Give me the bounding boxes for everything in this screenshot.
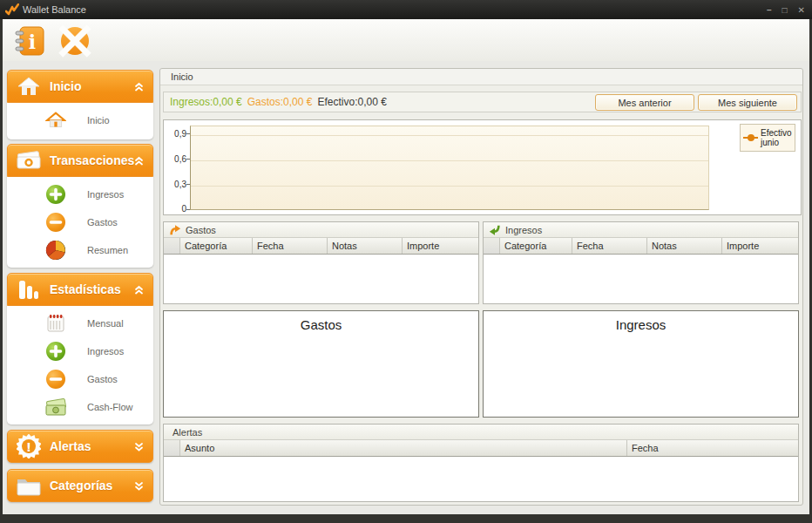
help-lifebuoy-icon [58, 24, 91, 58]
ingresos-pie-title: Ingresos [616, 317, 667, 332]
sidebar-item-gastos[interactable]: Gastos [7, 208, 153, 236]
summary-bar: Ingresos:0,00 € Gastos:0,00 € Efectivo:0… [163, 92, 802, 112]
gastos-pie-title: Gastos [301, 317, 342, 332]
sidebar-panel-inicio: Inicio [7, 103, 153, 139]
summary-efectivo: Efectivo:0,00 € [317, 96, 386, 108]
summary-gastos: Gastos:0,00 € [247, 96, 313, 108]
home-icon [44, 112, 68, 129]
chevron-up-icon [134, 82, 144, 92]
content-area: Inicio Inicio [3, 61, 809, 514]
y-axis-tick: 0,9 [164, 129, 186, 139]
window-title: Wallet Balance [23, 0, 86, 19]
pie-chart-icon [44, 240, 68, 261]
sidebar-section-label: Transacciones [50, 153, 134, 167]
sidebar-section-estadisticas[interactable]: Estadísticas [7, 273, 153, 306]
column-header-importe[interactable]: Importe [722, 238, 798, 254]
income-arrow-icon [489, 224, 501, 236]
row-indicator-column [484, 238, 500, 254]
minus-circle-icon [44, 369, 68, 390]
svg-text:!: ! [26, 440, 31, 454]
sidebar-section-label: Alertas [50, 439, 134, 453]
sidebar-item-inicio[interactable]: Inicio [7, 106, 153, 134]
minus-circle-icon [44, 212, 68, 233]
column-header-categoria[interactable]: Categoría [500, 238, 572, 254]
info-book-button[interactable]: i [13, 24, 46, 58]
sidebar-section-label: Categorías [50, 479, 134, 492]
ingresos-panel-title: Ingresos [505, 225, 542, 235]
gastos-panel-title: Gastos [186, 225, 216, 235]
sidebar-item-resumen[interactable]: Resumen [7, 236, 153, 264]
sidebar-section-alertas[interactable]: ! Alertas [7, 430, 153, 463]
plus-circle-icon [44, 184, 68, 205]
plus-circle-icon [44, 341, 68, 362]
sidebar-section-categorias[interactable]: Categorías [7, 469, 153, 502]
sidebar-section-label: Inicio [50, 79, 134, 93]
sidebar-item-label: Gastos [87, 374, 118, 384]
prev-month-button[interactable]: Mes anterior [595, 94, 694, 111]
sidebar-item-label: Gastos [87, 217, 118, 228]
svg-text:i: i [29, 31, 36, 53]
column-header-fecha[interactable]: Fecha [253, 238, 328, 254]
toolbar: i [3, 19, 809, 62]
alertas-panel-header: Alertas [164, 425, 798, 440]
main-group-inicio: Inicio Ingresos:0,00 € Gastos:0,00 € Efe… [159, 68, 803, 506]
folder-icon [16, 475, 42, 496]
expense-arrow-icon [169, 224, 181, 236]
column-header-importe[interactable]: Importe [403, 238, 478, 254]
next-month-button[interactable]: Mes siguiente [698, 94, 797, 111]
sidebar-item-label: Inicio [87, 115, 110, 126]
sidebar-item-est-gastos[interactable]: Gastos [7, 365, 153, 393]
sidebar-panel-estadisticas: Mensual Ingresos Gastos [7, 306, 153, 425]
column-header-categoria[interactable]: Categoría [180, 238, 253, 254]
cash-icon [44, 397, 68, 417]
row-indicator-column [164, 238, 180, 254]
titlebar: Wallet Balance – □ ✕ [0, 0, 812, 19]
alertas-panel-title: Alertas [173, 427, 202, 438]
column-header-asunto[interactable]: Asunto [180, 440, 627, 456]
chart-legend: Efectivo junio [740, 124, 795, 152]
sidebar-item-cashflow[interactable]: Cash-Flow [7, 393, 153, 421]
column-header-fecha[interactable]: Fecha [572, 238, 647, 254]
ingresos-table-panel: Ingresos Categoría Fecha Notas Importe [483, 221, 799, 304]
sidebar-item-est-ingresos[interactable]: Ingresos [7, 337, 153, 365]
minimize-button[interactable]: – [767, 5, 772, 15]
sidebar-item-label: Ingresos [87, 189, 124, 200]
gastos-pie-chart: Gastos [163, 310, 479, 418]
alertas-table-header: Asunto Fecha [164, 440, 798, 457]
main-group-title: Inicio [160, 69, 802, 85]
plot-area [190, 126, 709, 210]
gridline [191, 160, 708, 161]
column-header-notas[interactable]: Notas [647, 238, 722, 254]
gastos-table-panel: Gastos Categoría Fecha Notas Importe [163, 221, 479, 304]
sidebar-item-ingresos[interactable]: Ingresos [7, 180, 153, 208]
bar-chart-icon [16, 278, 42, 301]
ingresos-pie-chart: Ingresos [483, 310, 799, 418]
sidebar-item-label: Cash-Flow [87, 402, 133, 412]
y-axis-tick: 0,6 [164, 154, 186, 164]
chevron-up-icon [134, 156, 144, 166]
row-indicator-column [164, 440, 180, 456]
close-button[interactable]: ✕ [798, 5, 805, 15]
sidebar-panel-transacciones: Ingresos Gastos [7, 177, 153, 268]
alertas-panel: Alertas Asunto Fecha [163, 424, 799, 502]
y-axis-tick: 0 [164, 204, 186, 214]
maximize-button[interactable]: □ [782, 5, 788, 15]
calendar-icon [44, 313, 68, 334]
y-axis-tick: 0,3 [164, 180, 186, 189]
sidebar-item-label: Resumen [87, 245, 128, 255]
app-window: Wallet Balance – □ ✕ i [0, 0, 812, 523]
chevron-down-icon [134, 481, 144, 491]
help-button[interactable] [58, 24, 91, 58]
sidebar-section-transacciones[interactable]: Transacciones [7, 144, 153, 177]
gastos-table-header: Categoría Fecha Notas Importe [164, 238, 478, 255]
legend-label: Efectivo junio [761, 128, 792, 148]
money-bills-icon [16, 149, 42, 172]
app-logo-icon [5, 3, 19, 16]
sidebar-item-mensual[interactable]: Mensual [7, 309, 153, 337]
ingresos-table-header: Categoría Fecha Notas Importe [484, 238, 798, 255]
gastos-panel-header: Gastos [164, 222, 478, 238]
sidebar-section-inicio[interactable]: Inicio [7, 70, 153, 103]
sidebar-item-label: Ingresos [87, 346, 124, 357]
column-header-notas[interactable]: Notas [328, 238, 403, 254]
column-header-fecha[interactable]: Fecha [627, 440, 798, 456]
